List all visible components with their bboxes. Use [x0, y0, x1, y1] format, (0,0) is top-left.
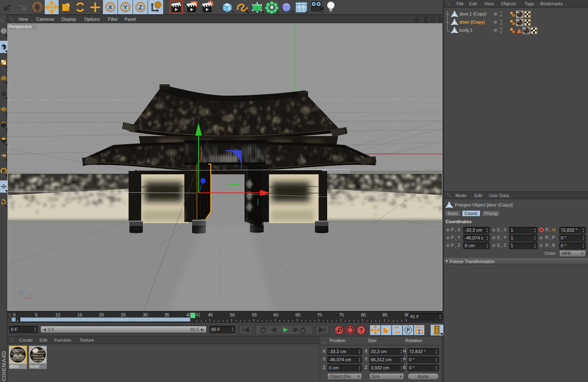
- svg-text:X: X: [29, 294, 31, 298]
- svg-text:Y: Y: [123, 4, 127, 11]
- svg-text:Z: Z: [138, 4, 142, 11]
- svg-text:P: P: [407, 327, 410, 333]
- svg-text:X: X: [108, 4, 112, 11]
- svg-text:Y: Y: [20, 282, 22, 286]
- svg-text:?: ?: [359, 327, 363, 334]
